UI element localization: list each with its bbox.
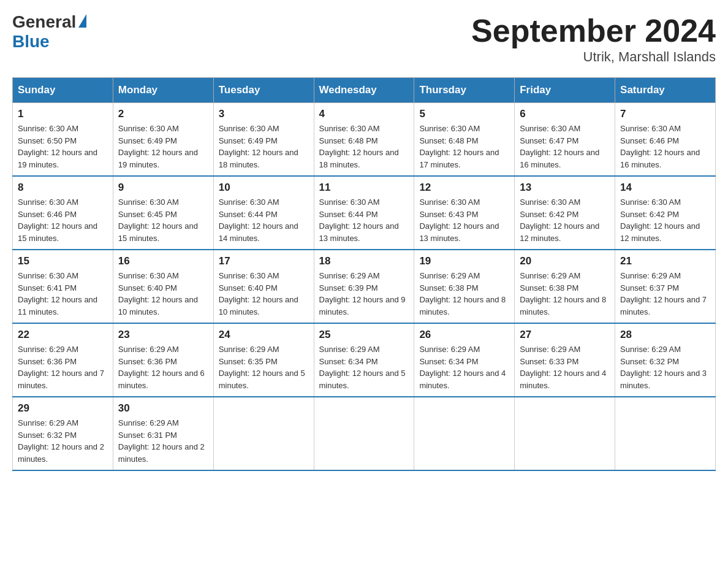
day-info: Sunrise: 6:29 AMSunset: 6:36 PMDaylight:…: [118, 343, 208, 391]
day-info: Sunrise: 6:29 AMSunset: 6:33 PMDaylight:…: [520, 343, 610, 391]
calendar-cell: 12Sunrise: 6:30 AMSunset: 6:43 PMDayligh…: [414, 176, 515, 250]
header-tuesday: Tuesday: [213, 78, 314, 103]
day-info: Sunrise: 6:30 AMSunset: 6:50 PMDaylight:…: [18, 123, 108, 170]
day-number: 21: [620, 255, 710, 267]
calendar-cell: 13Sunrise: 6:30 AMSunset: 6:42 PMDayligh…: [515, 176, 615, 250]
calendar-cell: 7Sunrise: 6:30 AMSunset: 6:46 PMDaylight…: [615, 103, 716, 177]
calendar-cell: [515, 397, 615, 470]
header-thursday: Thursday: [414, 78, 515, 103]
calendar-table: SundayMondayTuesdayWednesdayThursdayFrid…: [12, 77, 716, 471]
calendar-cell: 2Sunrise: 6:30 AMSunset: 6:49 PMDaylight…: [113, 103, 213, 177]
calendar-cell: 25Sunrise: 6:29 AMSunset: 6:34 PMDayligh…: [314, 323, 414, 397]
calendar-cell: 3Sunrise: 6:30 AMSunset: 6:49 PMDaylight…: [213, 103, 314, 177]
calendar-cell: 16Sunrise: 6:30 AMSunset: 6:40 PMDayligh…: [113, 250, 213, 323]
day-info: Sunrise: 6:30 AMSunset: 6:46 PMDaylight:…: [18, 196, 108, 244]
header-sunday: Sunday: [13, 78, 113, 103]
day-info: Sunrise: 6:30 AMSunset: 6:46 PMDaylight:…: [620, 123, 710, 170]
day-info: Sunrise: 6:30 AMSunset: 6:47 PMDaylight:…: [520, 123, 610, 170]
day-number: 23: [118, 329, 208, 341]
day-info: Sunrise: 6:30 AMSunset: 6:48 PMDaylight:…: [319, 123, 409, 170]
calendar-cell: [414, 397, 515, 470]
calendar-cell: 20Sunrise: 6:29 AMSunset: 6:38 PMDayligh…: [515, 250, 615, 323]
day-info: Sunrise: 6:29 AMSunset: 6:31 PMDaylight:…: [118, 417, 208, 465]
day-info: Sunrise: 6:30 AMSunset: 6:44 PMDaylight:…: [219, 196, 309, 244]
day-info: Sunrise: 6:29 AMSunset: 6:36 PMDaylight:…: [18, 343, 108, 391]
day-number: 29: [18, 402, 108, 415]
day-info: Sunrise: 6:30 AMSunset: 6:40 PMDaylight:…: [118, 270, 208, 318]
day-info: Sunrise: 6:30 AMSunset: 6:42 PMDaylight:…: [520, 196, 610, 244]
calendar-cell: 1Sunrise: 6:30 AMSunset: 6:50 PMDaylight…: [13, 103, 113, 177]
calendar-cell: 15Sunrise: 6:30 AMSunset: 6:41 PMDayligh…: [13, 250, 113, 323]
header-wednesday: Wednesday: [314, 78, 414, 103]
day-number: 4: [319, 108, 409, 120]
day-info: Sunrise: 6:29 AMSunset: 6:39 PMDaylight:…: [319, 270, 409, 318]
day-info: Sunrise: 6:29 AMSunset: 6:38 PMDaylight:…: [419, 270, 509, 318]
calendar-cell: 21Sunrise: 6:29 AMSunset: 6:37 PMDayligh…: [615, 250, 716, 323]
day-number: 22: [18, 329, 108, 341]
calendar-cell: 10Sunrise: 6:30 AMSunset: 6:44 PMDayligh…: [213, 176, 314, 250]
day-info: Sunrise: 6:29 AMSunset: 6:32 PMDaylight:…: [18, 417, 108, 465]
calendar-cell: 23Sunrise: 6:29 AMSunset: 6:36 PMDayligh…: [113, 323, 213, 397]
title-section: September 2024 Utrik, Marshall Islands: [471, 12, 716, 65]
day-number: 14: [620, 182, 710, 194]
day-number: 18: [319, 255, 409, 267]
day-number: 19: [419, 255, 509, 267]
calendar-cell: 4Sunrise: 6:30 AMSunset: 6:48 PMDaylight…: [314, 103, 414, 177]
calendar-header-row: SundayMondayTuesdayWednesdayThursdayFrid…: [13, 78, 716, 103]
calendar-week-2: 8Sunrise: 6:30 AMSunset: 6:46 PMDaylight…: [13, 176, 716, 250]
logo-general-text: General: [12, 12, 76, 32]
day-info: Sunrise: 6:30 AMSunset: 6:48 PMDaylight:…: [419, 123, 509, 170]
day-info: Sunrise: 6:29 AMSunset: 6:32 PMDaylight:…: [620, 343, 710, 391]
calendar-cell: 26Sunrise: 6:29 AMSunset: 6:34 PMDayligh…: [414, 323, 515, 397]
day-number: 8: [18, 182, 108, 194]
header-monday: Monday: [113, 78, 213, 103]
day-number: 2: [118, 108, 208, 120]
day-number: 10: [219, 182, 309, 194]
calendar-cell: 19Sunrise: 6:29 AMSunset: 6:38 PMDayligh…: [414, 250, 515, 323]
day-number: 25: [319, 329, 409, 341]
day-number: 9: [118, 182, 208, 194]
day-info: Sunrise: 6:30 AMSunset: 6:49 PMDaylight:…: [219, 123, 309, 170]
day-number: 27: [520, 329, 610, 341]
day-number: 20: [520, 255, 610, 267]
page-header: General Blue September 2024 Utrik, Marsh…: [12, 12, 716, 65]
header-saturday: Saturday: [615, 78, 716, 103]
logo-triangle-icon: [78, 14, 86, 28]
logo: General Blue: [12, 12, 86, 52]
day-info: Sunrise: 6:30 AMSunset: 6:40 PMDaylight:…: [219, 270, 309, 318]
day-info: Sunrise: 6:30 AMSunset: 6:42 PMDaylight:…: [620, 196, 710, 244]
day-number: 13: [520, 182, 610, 194]
day-info: Sunrise: 6:29 AMSunset: 6:34 PMDaylight:…: [319, 343, 409, 391]
day-number: 1: [18, 108, 108, 120]
logo-blue-text: Blue: [12, 32, 50, 52]
day-number: 16: [118, 255, 208, 267]
calendar-cell: 28Sunrise: 6:29 AMSunset: 6:32 PMDayligh…: [615, 323, 716, 397]
day-info: Sunrise: 6:30 AMSunset: 6:45 PMDaylight:…: [118, 196, 208, 244]
day-info: Sunrise: 6:30 AMSunset: 6:44 PMDaylight:…: [319, 196, 409, 244]
day-number: 26: [419, 329, 509, 341]
day-info: Sunrise: 6:30 AMSunset: 6:41 PMDaylight:…: [18, 270, 108, 318]
calendar-week-4: 22Sunrise: 6:29 AMSunset: 6:36 PMDayligh…: [13, 323, 716, 397]
calendar-cell: 17Sunrise: 6:30 AMSunset: 6:40 PMDayligh…: [213, 250, 314, 323]
header-friday: Friday: [515, 78, 615, 103]
day-info: Sunrise: 6:29 AMSunset: 6:35 PMDaylight:…: [219, 343, 309, 391]
day-number: 17: [219, 255, 309, 267]
day-number: 12: [419, 182, 509, 194]
calendar-cell: 22Sunrise: 6:29 AMSunset: 6:36 PMDayligh…: [13, 323, 113, 397]
calendar-cell: 29Sunrise: 6:29 AMSunset: 6:32 PMDayligh…: [13, 397, 113, 470]
calendar-cell: 6Sunrise: 6:30 AMSunset: 6:47 PMDaylight…: [515, 103, 615, 177]
day-info: Sunrise: 6:30 AMSunset: 6:43 PMDaylight:…: [419, 196, 509, 244]
calendar-subtitle: Utrik, Marshall Islands: [471, 49, 716, 65]
day-info: Sunrise: 6:29 AMSunset: 6:37 PMDaylight:…: [620, 270, 710, 318]
calendar-cell: 11Sunrise: 6:30 AMSunset: 6:44 PMDayligh…: [314, 176, 414, 250]
calendar-cell: [213, 397, 314, 470]
day-info: Sunrise: 6:29 AMSunset: 6:34 PMDaylight:…: [419, 343, 509, 391]
calendar-week-3: 15Sunrise: 6:30 AMSunset: 6:41 PMDayligh…: [13, 250, 716, 323]
day-number: 6: [520, 108, 610, 120]
day-number: 11: [319, 182, 409, 194]
calendar-week-1: 1Sunrise: 6:30 AMSunset: 6:50 PMDaylight…: [13, 103, 716, 177]
day-number: 5: [419, 108, 509, 120]
calendar-cell: 9Sunrise: 6:30 AMSunset: 6:45 PMDaylight…: [113, 176, 213, 250]
calendar-cell: 27Sunrise: 6:29 AMSunset: 6:33 PMDayligh…: [515, 323, 615, 397]
calendar-title: September 2024: [471, 12, 716, 49]
